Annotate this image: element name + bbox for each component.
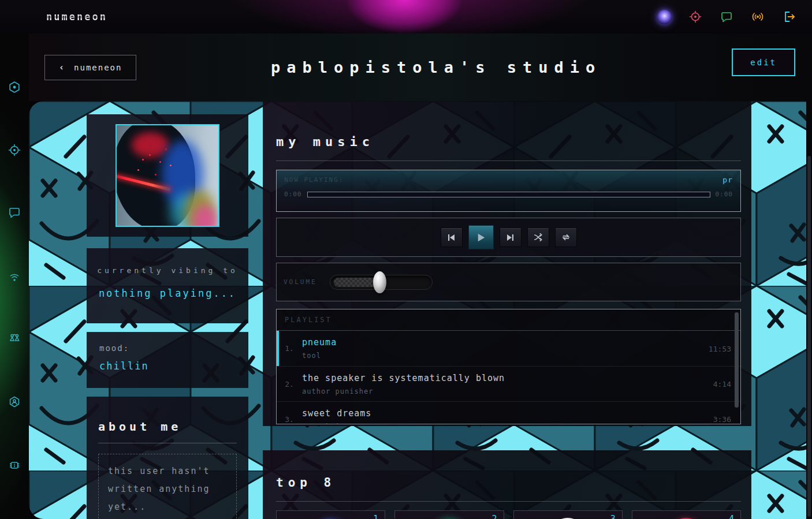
now-playing-status: pr (722, 176, 733, 184)
time-total: 0:00 (716, 191, 733, 198)
avatar-specks (142, 159, 144, 160)
top8-card[interactable]: 4 (632, 510, 741, 519)
main-column: my music NOW PLAYING: pr 0:00 0:00 (263, 101, 751, 519)
app-window: numeneon (0, 0, 812, 519)
track-meta: the speaker is systematically blown auth… (302, 373, 715, 395)
sidebar (0, 33, 29, 519)
volume-label: VOLUME (284, 278, 323, 286)
topbar-actions (656, 9, 797, 25)
playlist-row[interactable]: 3. sweet dreams eurythmics 3:36 (277, 401, 740, 424)
friends-icon[interactable] (7, 331, 22, 346)
chat-icon[interactable] (718, 9, 735, 25)
shuffle-button[interactable] (527, 227, 549, 247)
topbar: numeneon (0, 0, 812, 33)
profile-hexagon-icon[interactable] (7, 394, 22, 409)
play-icon (475, 232, 486, 243)
target-icon[interactable] (687, 9, 703, 25)
top8-panel: top 8 1 2 3 4 (263, 450, 751, 519)
track-meta: pneuma tool (302, 337, 715, 360)
previous-track-button[interactable] (441, 227, 463, 247)
progress-bar[interactable] (307, 192, 710, 197)
track-duration: 4:14 (713, 380, 731, 389)
profile-header: ‹ numeneon pablopistola's studio edit (29, 33, 812, 101)
divider (276, 160, 741, 161)
track-number: 1. (277, 344, 302, 353)
rank-badge: 1 (373, 514, 379, 519)
mood-label: mood: (99, 343, 236, 353)
track-artist: tool (302, 352, 715, 360)
about-me-panel: about me this user hasn't written anythi… (87, 397, 248, 519)
avatar-panel (87, 114, 248, 237)
divider (98, 443, 237, 443)
now-playing-label: NOW PLAYING: (284, 176, 344, 184)
playlist-row[interactable]: 2. the speaker is systematically blown a… (277, 366, 740, 401)
next-icon (505, 233, 515, 242)
chip-info-icon[interactable] (7, 458, 22, 473)
track-title: sweet dreams (302, 408, 715, 419)
now-vibing-panel: currently vibing to nothing playing... (87, 248, 248, 323)
playlist-row[interactable]: 1. pneuma tool 11:53 (277, 331, 740, 366)
play-button[interactable] (468, 225, 494, 249)
playlist-label: PLAYLIST (277, 309, 740, 331)
rank-badge: 2 (491, 514, 497, 519)
chat-icon[interactable] (7, 205, 22, 220)
vibing-label: currently vibing to (87, 266, 248, 275)
track-meta: sweet dreams eurythmics (302, 408, 715, 425)
mood-panel: mood: chillin (87, 332, 248, 388)
time-elapsed: 0:00 (284, 191, 302, 198)
track-duration: 3:36 (713, 415, 731, 424)
track-artist: author punisher (302, 387, 715, 395)
top8-card[interactable]: 2 (394, 510, 504, 519)
wifi-icon[interactable] (7, 270, 22, 285)
repeat-button[interactable] (555, 227, 577, 247)
track-number: 3. (277, 415, 302, 424)
vibing-value: nothing playing... (87, 287, 248, 299)
edit-button[interactable]: edit (732, 48, 795, 76)
page-title: pablopistola's studio (271, 58, 601, 76)
now-playing-box: NOW PLAYING: pr 0:00 0:00 (276, 170, 741, 212)
profile-column: currently vibing to nothing playing... m… (87, 114, 248, 519)
chevron-left-icon: ‹ (59, 62, 65, 73)
app-logo: numeneon (46, 11, 107, 23)
avatar-image (116, 124, 219, 227)
content-area: ‹ numeneon pablopistola's studio edit (29, 33, 812, 519)
playlist-box: PLAYLIST 1. pneuma tool 11:53 2. the spe… (276, 309, 741, 424)
divider (276, 501, 741, 502)
orb-glow (657, 10, 672, 24)
about-me-text: this user hasn't written anything yet... (98, 454, 237, 519)
shuffle-icon (533, 232, 543, 242)
top8-card[interactable]: 3 (513, 510, 623, 519)
repeat-icon (561, 232, 571, 242)
top8-card[interactable]: 1 (276, 510, 385, 519)
my-music-title: my music (276, 101, 741, 149)
rank-badge: 3 (610, 514, 616, 519)
avatar-red-blob (132, 132, 169, 158)
previous-icon (446, 233, 456, 242)
track-number: 2. (277, 380, 302, 389)
top8-cards: 1 2 3 4 (276, 510, 741, 519)
target-icon[interactable] (7, 143, 22, 158)
broadcast-icon[interactable] (750, 9, 766, 25)
next-track-button[interactable] (500, 227, 522, 247)
volume-slider[interactable] (330, 271, 433, 294)
page-scrollbar[interactable] (806, 33, 812, 519)
track-title: pneuma (302, 337, 715, 348)
track-duration: 11:53 (709, 344, 731, 353)
playlist-scrollbar[interactable] (735, 312, 739, 421)
player-controls (276, 218, 741, 257)
mood-value: chillin (99, 360, 236, 372)
orb-icon[interactable] (656, 9, 672, 25)
my-music-panel: my music NOW PLAYING: pr 0:00 0:00 (263, 101, 751, 426)
back-label: numeneon (74, 63, 122, 72)
volume-knob[interactable] (373, 271, 386, 293)
about-me-title: about me (98, 397, 237, 434)
logout-icon[interactable] (781, 9, 797, 25)
back-button[interactable]: ‹ numeneon (44, 55, 136, 80)
rank-badge: 4 (729, 514, 735, 519)
volume-box: VOLUME (276, 263, 741, 301)
page-scrollbar-thumb[interactable] (807, 156, 811, 517)
playlist-scrollbar-thumb[interactable] (735, 312, 739, 408)
track-title: the speaker is systematically blown (302, 373, 715, 383)
track-artist: eurythmics (302, 423, 715, 425)
hexagon-dot-icon[interactable] (7, 80, 22, 95)
